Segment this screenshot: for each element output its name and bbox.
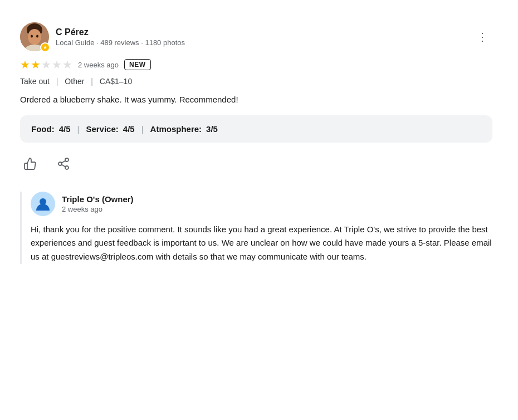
owner-avatar — [31, 192, 55, 216]
review-card: ★ C Pérez Local Guide · 489 reviews · 11… — [11, 11, 501, 275]
more-options-icon: ⋮ — [477, 31, 488, 42]
star-4: ★ — [52, 58, 62, 71]
share-icon — [56, 156, 71, 172]
owner-details: Triple O's (Owner) 2 weeks ago — [62, 194, 134, 213]
food-label: Food: — [31, 124, 55, 134]
local-guide-badge: ★ — [40, 42, 50, 52]
star-2: ★ — [31, 58, 41, 71]
share-button[interactable] — [53, 154, 74, 174]
tag-price: CA$1–10 — [100, 77, 132, 86]
owner-name: Triple O's (Owner) — [62, 194, 134, 204]
svg-line-9 — [62, 164, 66, 167]
owner-header: Triple O's (Owner) 2 weeks ago — [31, 192, 492, 216]
service-label: Service: — [86, 124, 118, 134]
owner-reply: Triple O's (Owner) 2 weeks ago Hi, thank… — [20, 192, 492, 264]
owner-reply-text: Hi, thank you for the positive comment. … — [31, 223, 492, 264]
ratings-sep-1: | — [77, 124, 80, 134]
detailed-ratings-box: Food: 4/5 | Service: 4/5 | Atmosphere: 3… — [20, 115, 492, 143]
star-1: ★ — [20, 58, 30, 71]
atmosphere-label: Atmosphere: — [150, 124, 202, 134]
reviewer-meta: Local Guide · 489 reviews · 1180 photos — [56, 38, 185, 47]
reviewer-header: ★ C Pérez Local Guide · 489 reviews · 11… — [20, 22, 492, 51]
reviewer-info: ★ C Pérez Local Guide · 489 reviews · 11… — [20, 22, 185, 51]
review-time: 2 weeks ago — [78, 61, 119, 69]
review-text: Ordered a blueberry shake. It was yummy.… — [20, 94, 492, 106]
more-options-button[interactable]: ⋮ — [472, 27, 492, 47]
star-5: ★ — [62, 58, 72, 71]
svg-point-2 — [28, 29, 41, 45]
tag-separator-1: | — [56, 77, 58, 86]
rating-row: ★ ★ ★ ★ ★ 2 weeks ago NEW — [20, 58, 492, 71]
svg-line-10 — [62, 160, 66, 163]
reviewer-name: C Pérez — [56, 27, 185, 37]
owner-time: 2 weeks ago — [62, 205, 134, 213]
svg-point-4 — [31, 35, 33, 38]
badge-star-icon: ★ — [43, 45, 47, 50]
action-buttons — [20, 154, 492, 176]
avatar-container: ★ — [20, 22, 49, 51]
tag-separator-2: | — [91, 77, 93, 86]
star-3: ★ — [41, 58, 51, 71]
thumbs-up-icon — [22, 156, 38, 172]
stars-container: ★ ★ ★ ★ ★ — [20, 58, 72, 71]
ratings-sep-2: | — [141, 124, 144, 134]
svg-point-5 — [36, 35, 38, 38]
reviewer-details: C Pérez Local Guide · 489 reviews · 1180… — [56, 27, 185, 47]
atmosphere-score: 3/5 — [206, 124, 218, 134]
food-score: 4/5 — [59, 124, 71, 134]
new-badge: NEW — [124, 59, 151, 70]
tag-takeout: Take out — [20, 77, 50, 86]
like-button[interactable] — [20, 154, 40, 174]
tags-row: Take out | Other | CA$1–10 — [20, 77, 492, 86]
service-score: 4/5 — [123, 124, 135, 134]
tag-other: Other — [65, 77, 84, 86]
